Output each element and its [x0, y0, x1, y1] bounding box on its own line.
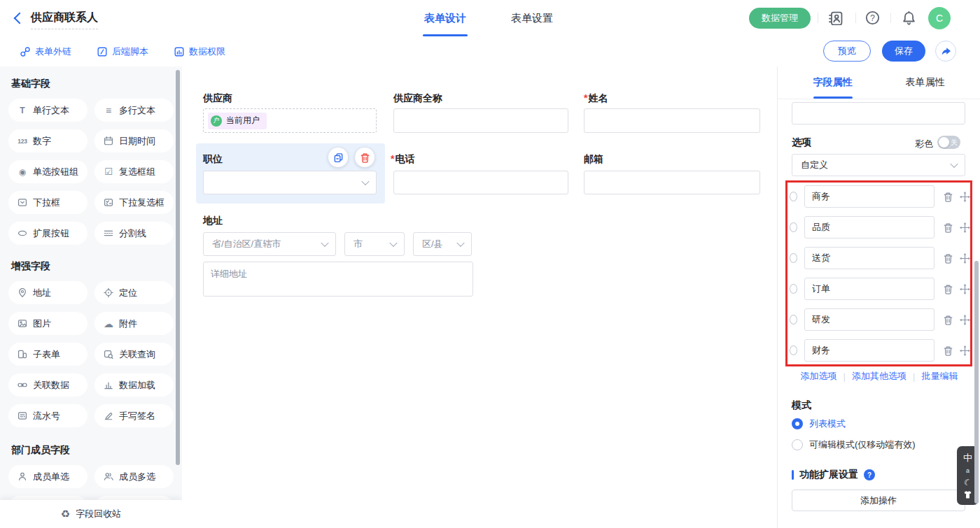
field-number[interactable]: 数字	[8, 129, 88, 152]
supplier-field[interactable]: 户 当前用户	[203, 108, 377, 133]
avatar[interactable]: C	[928, 7, 951, 29]
option-text-input[interactable]	[804, 308, 934, 331]
member-single-icon	[17, 471, 28, 482]
tab-field-properties[interactable]: 字段属性	[813, 66, 853, 99]
email-input[interactable]	[584, 171, 760, 194]
mode-list-option[interactable]: 列表模式	[792, 418, 846, 430]
field-radio-group[interactable]: 单选按钮组	[8, 160, 88, 183]
option-radio[interactable]	[790, 315, 797, 324]
option-source-select[interactable]: 自定义	[792, 154, 965, 176]
phone-input[interactable]	[393, 171, 568, 194]
supplier-full-input[interactable]	[393, 108, 568, 133]
share-button[interactable]	[935, 41, 956, 62]
backend-script-link[interactable]: 后端脚本	[97, 45, 148, 58]
field-data-load[interactable]: 数据加载	[94, 373, 174, 397]
add-action-button[interactable]: 添加操作	[792, 490, 965, 511]
delete-option-icon[interactable]	[943, 345, 953, 356]
city-select[interactable]: 市	[344, 232, 405, 256]
field-location[interactable]: 定位	[94, 281, 174, 304]
name-input[interactable]	[584, 108, 760, 133]
batch-edit-link[interactable]: 批量编辑	[921, 370, 958, 383]
data-manage-button[interactable]: 数据管理	[749, 8, 811, 29]
add-option-link[interactable]: 添加选项	[801, 370, 837, 383]
field-multi-line-text[interactable]: 多行文本	[94, 99, 174, 122]
copy-field-button[interactable]	[328, 148, 348, 167]
field-address[interactable]: 地址	[8, 281, 88, 304]
supplier-full-label: 供应商全称	[393, 92, 442, 105]
tab-form-properties[interactable]: 表单属性	[906, 66, 945, 99]
dark-mode-moon-icon[interactable]: ☾	[962, 476, 973, 488]
field-linked-data[interactable]: 关联数据	[8, 373, 88, 397]
field-linked-query[interactable]: 关联查询	[94, 343, 174, 366]
section-title-basic: 基础字段	[11, 78, 182, 90]
data-permission-link[interactable]: 数据权限	[174, 45, 225, 58]
field-member-single[interactable]: 成员单选	[8, 465, 88, 488]
option-radio[interactable]	[790, 345, 797, 355]
move-option-icon[interactable]	[960, 345, 970, 356]
field-member-multi[interactable]: 成员多选	[94, 465, 174, 488]
option-radio[interactable]	[790, 253, 797, 263]
delete-option-icon[interactable]	[943, 253, 953, 264]
address-detail-textarea[interactable]: 详细地址	[203, 262, 473, 297]
option-text-input[interactable]	[804, 247, 934, 269]
field-single-line-text[interactable]: 单行文本	[8, 99, 88, 122]
option-radio[interactable]	[790, 222, 797, 232]
translate-en-icon[interactable]: a	[966, 467, 969, 474]
option-text-input[interactable]	[804, 278, 934, 300]
required-mark: *	[391, 153, 394, 164]
field-subform[interactable]: 子表单	[8, 343, 88, 366]
field-serial-number[interactable]: 流水号	[8, 404, 88, 427]
delete-field-button[interactable]	[355, 148, 374, 167]
field-select[interactable]: 下拉框	[8, 191, 88, 214]
move-option-icon[interactable]	[960, 284, 970, 294]
option-text-input[interactable]	[804, 216, 934, 238]
field-multi-select[interactable]: 下拉复选框	[94, 191, 174, 214]
sidebar-scrollbar[interactable]	[176, 70, 180, 465]
option-text-input[interactable]	[804, 185, 934, 208]
pill-label: 流水号	[33, 410, 60, 422]
translate-zh-icon[interactable]: 中	[963, 452, 972, 464]
field-checkbox-group[interactable]: 复选框组	[94, 160, 174, 183]
save-button[interactable]: 保存	[882, 41, 925, 62]
tab-form-design[interactable]: 表单设计	[424, 0, 466, 36]
delete-option-icon[interactable]	[943, 222, 953, 233]
move-option-icon[interactable]	[960, 192, 970, 202]
theme-shirt-icon[interactable]	[963, 490, 972, 499]
option-text-input[interactable]	[804, 339, 934, 362]
mode-editable-option[interactable]: 可编辑模式(仅移动端有效)	[792, 438, 916, 451]
color-toggle[interactable]: 关	[937, 136, 960, 149]
field-datetime[interactable]: 日期时间	[94, 129, 174, 152]
help-icon[interactable]	[865, 10, 880, 25]
contacts-icon[interactable]	[828, 10, 843, 25]
delete-option-icon[interactable]	[943, 315, 953, 325]
form-external-link[interactable]: 表单外链	[20, 45, 71, 58]
bell-icon[interactable]	[902, 10, 916, 25]
field-signature[interactable]: 手写签名	[94, 404, 174, 427]
current-user-tag[interactable]: 户 当前用户	[208, 113, 267, 129]
move-option-icon[interactable]	[960, 253, 970, 264]
pill-label: 关联数据	[33, 379, 69, 392]
district-select[interactable]: 区/县	[413, 232, 472, 256]
add-other-option-link[interactable]: 添加其他选项	[852, 370, 906, 383]
preview-button[interactable]: 预览	[823, 41, 871, 62]
field-recycle-bin[interactable]: ♻ 字段回收站	[0, 500, 182, 528]
field-description-input[interactable]	[792, 102, 965, 124]
field-image[interactable]: 图片	[8, 312, 88, 335]
option-radio[interactable]	[790, 192, 797, 201]
back-icon[interactable]	[14, 13, 26, 24]
tab-form-settings[interactable]: 表单设置	[511, 0, 553, 36]
option-radio[interactable]	[790, 284, 797, 294]
move-option-icon[interactable]	[960, 222, 970, 233]
delete-option-icon[interactable]	[943, 192, 953, 202]
signature-icon	[103, 411, 114, 421]
province-select[interactable]: 省/自治区/直辖市	[203, 232, 336, 256]
position-select[interactable]	[203, 171, 377, 194]
field-extend-button[interactable]: 扩展按钮	[8, 222, 88, 245]
form-title[interactable]: 供应商联系人	[31, 10, 98, 29]
help-badge-icon[interactable]: ?	[864, 469, 875, 480]
field-attachment[interactable]: 附件	[94, 312, 174, 335]
delete-option-icon[interactable]	[943, 284, 953, 294]
field-divider[interactable]: 分割线	[94, 222, 174, 245]
move-option-icon[interactable]	[960, 315, 970, 325]
page-scrollbar[interactable]	[974, 261, 979, 504]
